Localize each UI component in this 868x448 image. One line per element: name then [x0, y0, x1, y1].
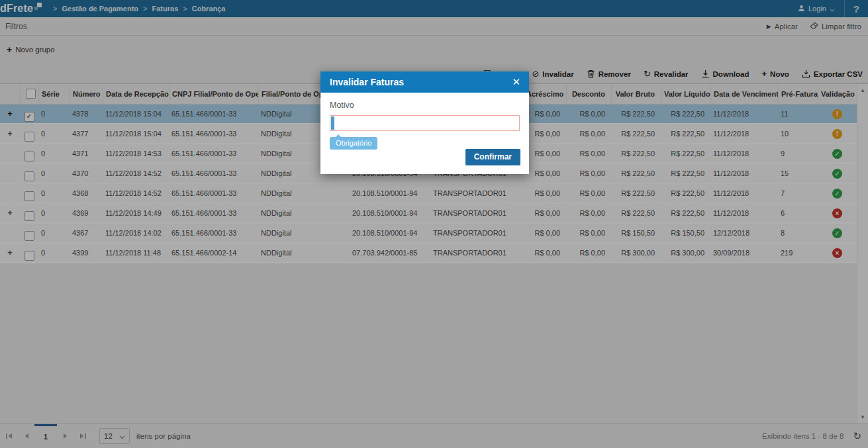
modal-overlay	[0, 0, 868, 448]
motivo-input[interactable]	[330, 115, 520, 131]
motivo-label: Motivo	[330, 101, 520, 110]
modal-body: Motivo Obrigatório Confirmar	[320, 93, 529, 174]
close-icon[interactable]: ✕	[503, 71, 529, 93]
modal-title: Invalidar Faturas	[320, 77, 404, 87]
confirm-button[interactable]: Confirmar	[465, 149, 520, 165]
invalidate-invoices-modal: Invalidar Faturas ✕ Motivo Obrigatório C…	[320, 71, 529, 174]
motivo-input-wrap	[330, 115, 520, 131]
required-tooltip: Obrigatório	[330, 137, 377, 150]
modal-header: Invalidar Faturas ✕	[320, 71, 529, 93]
